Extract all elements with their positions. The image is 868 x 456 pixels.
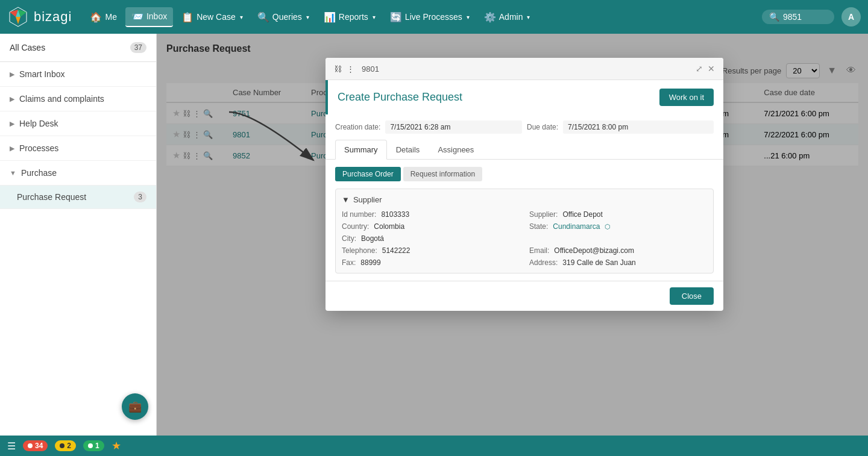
due-date-value: 7/15/2021 8:00 pm <box>563 120 714 134</box>
tab-summary[interactable]: Summary <box>335 140 387 160</box>
chevron-right-icon: ▶ <box>10 145 14 152</box>
email-label: Email: <box>529 246 549 255</box>
modal-tab-content: Purchase Order Request information ▼ Sup… <box>326 160 723 281</box>
nav-inbox[interactable]: 📨 Inbox <box>125 7 173 27</box>
country-row: Country: Colombia <box>342 222 520 231</box>
nav-inbox-label: Inbox <box>146 11 167 21</box>
badge-yellow[interactable]: 2 <box>55 440 76 451</box>
modal-subprocess-icon[interactable]: ⛓ <box>334 64 342 73</box>
nav-liveprocesses-label: Live Processes <box>405 12 462 22</box>
logo[interactable]: bizagi <box>7 6 72 28</box>
avatar[interactable]: A <box>841 7 861 27</box>
newcase-icon: 📋 <box>181 11 193 23</box>
nav-queries[interactable]: 🔍 Queries ▾ <box>251 8 315 27</box>
chevron-down-icon: ▾ <box>373 14 376 20</box>
email-row: Email: OfficeDepot@bizagi.com <box>529 246 707 255</box>
address-label: Address: <box>529 258 558 267</box>
sidebar-all-cases[interactable]: All Cases 37 <box>0 34 156 62</box>
tab-details[interactable]: Details <box>387 140 429 160</box>
sidebar: All Cases 37 ▶ Smart Inbox ▶ Claims and … <box>0 34 157 456</box>
svg-marker-2 <box>16 17 20 24</box>
tab-assignees[interactable]: Assignees <box>429 140 483 160</box>
sidebar-item-smart-inbox[interactable]: ▶ Smart Inbox <box>0 62 156 87</box>
modal-footer: Close <box>326 281 723 311</box>
all-cases-count: 37 <box>130 42 146 53</box>
city-row: City: Bogotá <box>342 234 520 243</box>
modal-share-icon[interactable]: ⋮ <box>347 64 354 73</box>
nav-queries-label: Queries <box>272 12 302 22</box>
chevron-right-icon: ▶ <box>10 120 14 128</box>
city-value: Bogotá <box>361 234 384 243</box>
modal-header-left: ⛓ ⋮ 9801 <box>334 64 379 73</box>
star-favorites-icon[interactable]: ★ <box>112 439 121 452</box>
expand-icon[interactable]: ⤢ <box>696 64 703 73</box>
external-link-icon[interactable]: ⬡ <box>605 223 611 231</box>
chevron-down-icon: ▼ <box>10 169 16 176</box>
nav-liveprocesses[interactable]: 🔄 Live Processes ▾ <box>384 8 476 27</box>
creation-date-value: 7/15/2021 6:28 am <box>385 120 522 134</box>
due-date-label: Due date: <box>527 123 558 131</box>
search-box[interactable]: 🔍 9851 <box>762 10 834 24</box>
city-label: City: <box>342 234 356 243</box>
sidebar-helpdesk-label: Help Desk <box>19 119 146 128</box>
chevron-down-icon: ▾ <box>527 14 530 20</box>
nav-me-label: Me <box>105 12 116 22</box>
fax-value: 88999 <box>360 258 380 267</box>
nav-reports[interactable]: 📊 Reports ▾ <box>318 8 382 27</box>
logo-text: bizagi <box>34 9 72 25</box>
badge-red[interactable]: 34 <box>23 440 48 451</box>
queries-icon: 🔍 <box>257 11 269 23</box>
sidebar-purchase-label: Purchase <box>21 168 146 178</box>
id-label: Id number: <box>342 210 376 219</box>
telephone-row: Telephone: 5142222 <box>342 246 520 255</box>
modal-subtabs: Purchase Order Request information <box>335 167 714 181</box>
supplier-header[interactable]: ▼ Supplier <box>342 195 707 204</box>
supplier-value: Office Depot <box>562 210 602 219</box>
nav-newcase-label: New Case <box>197 12 236 22</box>
fab-icon: 💼 <box>128 400 142 413</box>
chevron-down-icon: ▼ <box>342 195 350 204</box>
sidebar-item-claims[interactable]: ▶ Claims and complaints <box>0 87 156 111</box>
subtab-purchase-order[interactable]: Purchase Order <box>335 167 401 181</box>
nav-admin-label: Admin <box>499 12 523 22</box>
modal-header-right: ⤢ ✕ <box>696 64 715 73</box>
sidebar-item-helpdesk[interactable]: ▶ Help Desk <box>0 111 156 136</box>
sidebar-processes-label: Processes <box>19 143 146 153</box>
badge-yellow-count: 2 <box>67 442 71 450</box>
nav-admin[interactable]: ⚙️ Admin ▾ <box>478 8 536 27</box>
email-value: OfficeDepot@bizagi.com <box>554 246 634 255</box>
action-fab[interactable]: 💼 <box>122 393 148 420</box>
nav-reports-label: Reports <box>339 12 368 22</box>
modal-title-bar: Create Purchase Request Work on it <box>326 80 723 114</box>
work-on-it-button[interactable]: Work on it <box>659 89 714 106</box>
close-button[interactable]: Close <box>670 287 714 305</box>
sidebar-item-purchase[interactable]: ▼ Purchase <box>0 161 156 186</box>
chevron-down-icon: ▾ <box>467 14 470 20</box>
admin-icon: ⚙️ <box>484 11 496 23</box>
country-label: Country: <box>342 222 369 231</box>
supplier-label: Supplier: <box>529 210 558 219</box>
supplier-title: Supplier <box>353 195 382 204</box>
modal-date-fields: Creation date: 7/15/2021 6:28 am Due dat… <box>326 114 723 140</box>
badge-green[interactable]: 1 <box>83 440 104 451</box>
main-content: Purchase Request Results per page 205010… <box>157 34 868 456</box>
fax-row: Fax: 88999 <box>342 258 520 267</box>
hamburger-icon[interactable]: ☰ <box>7 440 16 452</box>
state-value[interactable]: Cundinamarca <box>553 222 600 231</box>
creation-date-label: Creation date: <box>335 123 380 131</box>
state-row: State: Cundinamarca ⬡ <box>529 222 707 231</box>
sidebar-subitem-purchase-request[interactable]: Purchase Request 3 <box>0 186 156 209</box>
modal-title: Create Purchase Request <box>338 91 462 104</box>
search-icon: 🔍 <box>769 12 779 22</box>
reports-icon: 📊 <box>324 11 336 23</box>
id-value: 8103333 <box>381 210 409 219</box>
nav-me[interactable]: 🏠 Me <box>84 8 122 27</box>
subtab-request-info[interactable]: Request information <box>403 167 482 181</box>
nav-newcase[interactable]: 📋 New Case ▾ <box>175 8 249 27</box>
purchase-request-count: 3 <box>134 192 146 202</box>
badge-red-count: 34 <box>35 442 43 450</box>
close-icon[interactable]: ✕ <box>708 64 715 73</box>
creation-date-row: Creation date: 7/15/2021 6:28 am <box>335 120 522 134</box>
sidebar-item-processes[interactable]: ▶ Processes <box>0 136 156 161</box>
modal-header: ⛓ ⋮ 9801 ⤢ ✕ <box>326 58 723 80</box>
